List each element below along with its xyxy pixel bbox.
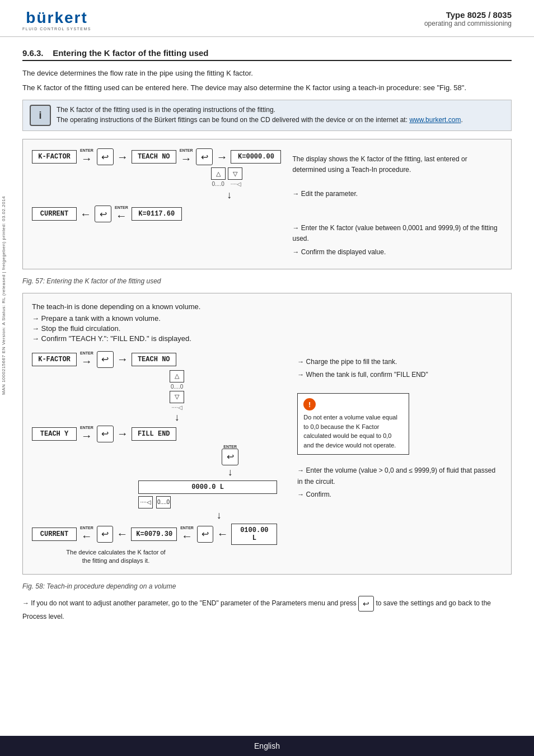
logo-main: bürkert xyxy=(26,10,87,26)
diag2-box7: K=0079.30 xyxy=(131,528,177,541)
diag1-box2: TEACH NO xyxy=(132,150,176,164)
teach-in-box: The teach-in is done depending on a know… xyxy=(22,293,512,575)
header-right: Type 8025 / 8035 operating and commissio… xyxy=(424,10,512,27)
diag2-right3: → Enter the volume (value > 0,0 and ≤ 99… xyxy=(297,465,502,487)
header-type: Type 8025 / 8035 xyxy=(424,10,512,20)
enter-btn-6: ↩ xyxy=(222,449,238,465)
diag2-row1: K-FACTOR ENTER → ↩ → TEACH NO xyxy=(32,351,277,368)
teach-step1: → Prepare a tank with a known volume. xyxy=(32,314,502,323)
enter-btn-1: ↩ xyxy=(97,148,114,165)
logo: bürkert FLUID CONTROL SYSTEMS xyxy=(22,10,91,31)
footer-lang: English xyxy=(254,741,280,750)
down-btn-2: ▽ xyxy=(170,391,184,403)
warning-text: Do not enter a volume value equal to 0,0… xyxy=(303,413,403,450)
diag1-section: K-FACTOR ENTER → ↩ → TEACH NO ENTER → xyxy=(32,148,502,260)
footer: English xyxy=(0,736,534,756)
info-icon: i xyxy=(30,105,51,126)
diag1-row2: CURRENT ← ↩ ENTER ← K=0117.60 xyxy=(32,206,281,222)
fig58-caption: Fig. 58: Teach-in procedure depending on… xyxy=(22,582,512,590)
diag1-right1: The display shows the K factor of the fi… xyxy=(292,154,502,175)
diag1-right2: → Edit the parameter. xyxy=(292,189,502,199)
diag1-box5: CURRENT xyxy=(32,207,77,221)
nav-up-3: 0....0 xyxy=(156,496,171,508)
calc-text: The device calculates the K factor of th… xyxy=(65,548,166,566)
main-content: 9.6.3. Entering the K factor of the fitt… xyxy=(0,37,534,655)
diag1-box4: K=0117.60 xyxy=(132,207,182,221)
enter-btn-footer: ↩ xyxy=(358,596,374,612)
teach-step3: → Confirm "TEACH Y.": "FILL END." is dis… xyxy=(32,334,502,343)
enter-btn-7: ↩ xyxy=(97,526,114,543)
para2: The K factor of the fitting used can be … xyxy=(22,82,512,94)
up-btn-2: △ xyxy=(170,370,184,382)
para1: The device determines the flow rate in t… xyxy=(22,68,512,79)
teach-intro: The teach-in is done depending on a know… xyxy=(32,302,502,311)
warning-box: ! Do not enter a volume value equal to 0… xyxy=(297,393,409,455)
diag2-box1: K-FACTOR xyxy=(32,353,77,366)
diag1-row1: K-FACTOR ENTER → ↩ → TEACH NO ENTER → xyxy=(32,148,281,165)
info-line2: The operating instructions of the Bürker… xyxy=(57,115,463,125)
warning-icon: ! xyxy=(303,398,316,410)
footer-note: → If you do not want to adjust another p… xyxy=(22,596,512,622)
margin-text: MAN 1000215667 EN Version: A Status: RL … xyxy=(1,196,6,395)
warning-header: ! xyxy=(303,398,403,410)
diag1-left: K-FACTOR ENTER → ↩ → TEACH NO ENTER → xyxy=(32,148,281,260)
diag1-right: The display shows the K factor of the fi… xyxy=(292,148,502,260)
arrow-down-3: ↓ xyxy=(183,466,277,478)
diag2-box8: CURRENT xyxy=(32,528,77,541)
diag2-box5-wrap: 0000.0 L xyxy=(138,480,277,494)
arrow-down-1: ↓ xyxy=(177,189,281,201)
down-btn-1: ▽ xyxy=(228,167,242,180)
diag2-right2: → When the tank is full, confirm "FILL E… xyxy=(297,370,502,380)
info-text: The K factor of the fitting used is in t… xyxy=(57,105,463,125)
diag2-right1: → Charge the pipe to fill the tank. xyxy=(297,357,502,367)
info-box: i The K factor of the fitting used is in… xyxy=(22,100,512,131)
arrow-down-4: ↓ xyxy=(161,510,277,521)
diag2-row2: TEACH Y ENTER → ↩ → FILL END xyxy=(32,426,277,442)
logo-sub: FLUID CONTROL SYSTEMS xyxy=(22,27,91,31)
enter-btn-3: ↩ xyxy=(95,206,111,222)
diag1-right3: → Enter the K factor (value between 0,00… xyxy=(292,223,502,244)
section-title: Entering the K factor of the fitting use… xyxy=(53,48,208,58)
fig57-caption: Fig. 57: Entering the K factor of the fi… xyxy=(22,277,512,285)
diag2-right4: → Confirm. xyxy=(297,489,502,500)
enter-btn-8: ↩ xyxy=(197,526,214,543)
enter-btn-2: ↩ xyxy=(196,148,213,165)
diag2-row3: CURRENT ENTER ← ↩ ← K=0079.30 ENTER ← xyxy=(32,524,277,545)
diagram1: K-FACTOR ENTER → ↩ → TEACH NO ENTER → xyxy=(22,139,512,269)
nav-buttons-3: ····◁ 0....0 xyxy=(138,496,277,508)
diag2-right: → Charge the pipe to fill the tank. → Wh… xyxy=(288,351,502,566)
arrow-down-2: ↓ xyxy=(77,412,277,423)
nav-down-3: ····◁ xyxy=(138,496,153,508)
info-line1: The K factor of the fitting used is in t… xyxy=(57,105,463,115)
diag1-right4: → Confirm the displayed value. xyxy=(292,247,502,258)
nav-buttons-1: △ ▽ 0....0 ····◁ xyxy=(172,167,281,187)
diag2-left: K-FACTOR ENTER → ↩ → TEACH NO △ xyxy=(32,351,277,566)
teach-step2: → Stop the fluid circulation. xyxy=(32,324,502,333)
section-number: 9.6.3. xyxy=(22,48,44,58)
diag2-box5: 0000.0 L xyxy=(138,480,277,494)
enter-confirm-area: ENTER ↩ xyxy=(183,445,277,465)
enter-btn-4: ↩ xyxy=(97,351,114,368)
diag2-box2: TEACH NO xyxy=(132,353,176,366)
up-btn-1: △ xyxy=(211,167,226,180)
diag2-box6: 0100.00 L xyxy=(231,524,277,545)
diag2-section: K-FACTOR ENTER → ↩ → TEACH NO △ xyxy=(32,351,502,566)
section-heading: 9.6.3. Entering the K factor of the fitt… xyxy=(22,48,512,61)
diag2-box3: TEACH Y xyxy=(32,427,77,441)
header-desc: operating and commissioning xyxy=(424,20,512,27)
diag2-box4: FILL END xyxy=(132,427,176,441)
diag1-box1: K-FACTOR xyxy=(32,150,77,164)
enter-btn-5: ↩ xyxy=(97,426,114,442)
diag1-box3: K=0000.00 xyxy=(231,150,281,164)
page-header: bürkert FLUID CONTROL SYSTEMS Type 8025 … xyxy=(0,0,534,37)
nav-buttons-2: △ 0....0 ▽ ····◁ xyxy=(77,370,277,410)
burkert-link[interactable]: www.burkert.com xyxy=(409,116,461,124)
